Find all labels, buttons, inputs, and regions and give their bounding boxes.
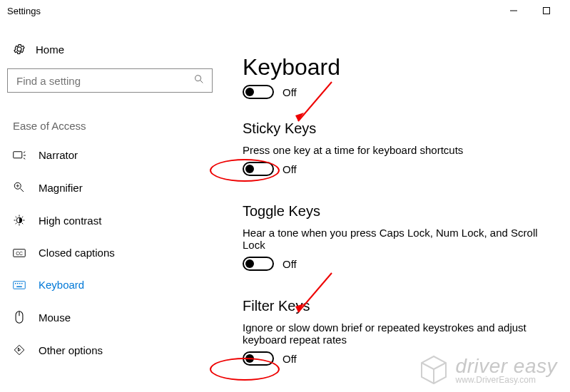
svg-line-3 — [200, 81, 203, 83]
svg-rect-22 — [17, 283, 19, 284]
sidebar-item-label: Magnifier — [39, 182, 83, 194]
search-box[interactable] — [7, 68, 213, 93]
filter-keys-toggle[interactable] — [243, 351, 274, 366]
svg-rect-1 — [544, 8, 550, 14]
sidebar-item-label: Keyboard — [39, 279, 84, 291]
section-heading-sticky-keys: Sticky Keys — [243, 120, 556, 137]
sidebar-item-label: Closed captions — [39, 247, 115, 259]
svg-line-17 — [22, 217, 24, 218]
search-input[interactable] — [15, 74, 193, 88]
sidebar-item-high-contrast[interactable]: High contrast — [7, 204, 208, 237]
master-toggle-state: Off — [283, 86, 297, 98]
section-desc-filter-keys: Ignore or slow down brief or repeated ke… — [243, 321, 556, 346]
filter-keys-state: Off — [283, 353, 297, 365]
sticky-keys-state: Off — [283, 163, 297, 175]
filter-keys-toggle-row: Off — [243, 351, 556, 366]
sidebar-item-other-options[interactable]: Other options — [7, 334, 208, 366]
page-title: Keyboard — [243, 54, 556, 81]
svg-rect-21 — [15, 283, 16, 284]
svg-rect-25 — [16, 286, 22, 287]
search-icon — [193, 73, 205, 88]
sidebar-item-magnifier[interactable]: Magnifier — [7, 171, 208, 204]
left-pane: Home Ease of Access Narrator Magnifier — [0, 21, 214, 392]
master-toggle-row: Off — [243, 85, 556, 99]
home-row[interactable]: Home — [7, 21, 208, 68]
sidebar-item-narrator[interactable]: Narrator — [7, 139, 208, 171]
svg-point-2 — [195, 76, 201, 81]
minimize-button[interactable] — [497, 0, 530, 21]
keyboard-icon — [13, 280, 26, 290]
section-heading-toggle-keys: Toggle Keys — [243, 203, 556, 220]
cc-icon: CC — [13, 248, 26, 258]
svg-line-14 — [16, 217, 17, 218]
mouse-icon — [13, 311, 26, 324]
toggle-keys-toggle[interactable] — [243, 257, 274, 271]
minimize-icon — [510, 7, 517, 14]
sticky-keys-toggle[interactable] — [243, 162, 274, 176]
other-icon — [13, 344, 26, 356]
sidebar-item-mouse[interactable]: Mouse — [7, 301, 208, 334]
toggle-keys-state: Off — [283, 258, 297, 270]
sidebar-item-label: Narrator — [39, 149, 78, 161]
svg-rect-24 — [21, 283, 23, 284]
sidebar-item-closed-captions[interactable]: CC Closed captions — [7, 237, 208, 269]
window-title: Settings — [7, 6, 41, 16]
svg-line-15 — [22, 223, 24, 225]
section-desc-sticky-keys: Press one key at a time for keyboard sho… — [243, 144, 556, 156]
svg-rect-4 — [14, 151, 22, 158]
master-toggle[interactable] — [243, 85, 274, 99]
sidebar-item-label: Mouse — [39, 311, 71, 324]
svg-rect-23 — [19, 283, 21, 284]
maximize-icon — [543, 7, 550, 14]
sidebar-item-label: Other options — [39, 344, 103, 356]
svg-line-16 — [16, 223, 17, 225]
contrast-icon — [13, 214, 26, 227]
magnifier-icon — [13, 181, 26, 194]
svg-line-6 — [21, 189, 24, 192]
home-label: Home — [36, 43, 64, 56]
category-header: Ease of Access — [7, 105, 208, 139]
section-desc-toggle-keys: Hear a tone when you press Caps Lock, Nu… — [243, 227, 556, 251]
sidebar-item-keyboard[interactable]: Keyboard — [7, 269, 208, 301]
gear-icon — [13, 43, 26, 56]
toggle-keys-toggle-row: Off — [243, 257, 556, 271]
section-heading-filter-keys: Filter Keys — [243, 298, 556, 314]
maximize-button[interactable] — [530, 0, 563, 21]
main-pane: Keyboard Off Sticky Keys Press one key a… — [214, 21, 570, 392]
narrator-icon — [13, 150, 26, 161]
svg-rect-20 — [14, 281, 26, 289]
sticky-keys-toggle-row: Off — [243, 162, 556, 176]
svg-text:CC: CC — [16, 251, 23, 256]
title-bar: Settings — [0, 0, 570, 21]
sidebar-item-label: High contrast — [39, 215, 101, 227]
